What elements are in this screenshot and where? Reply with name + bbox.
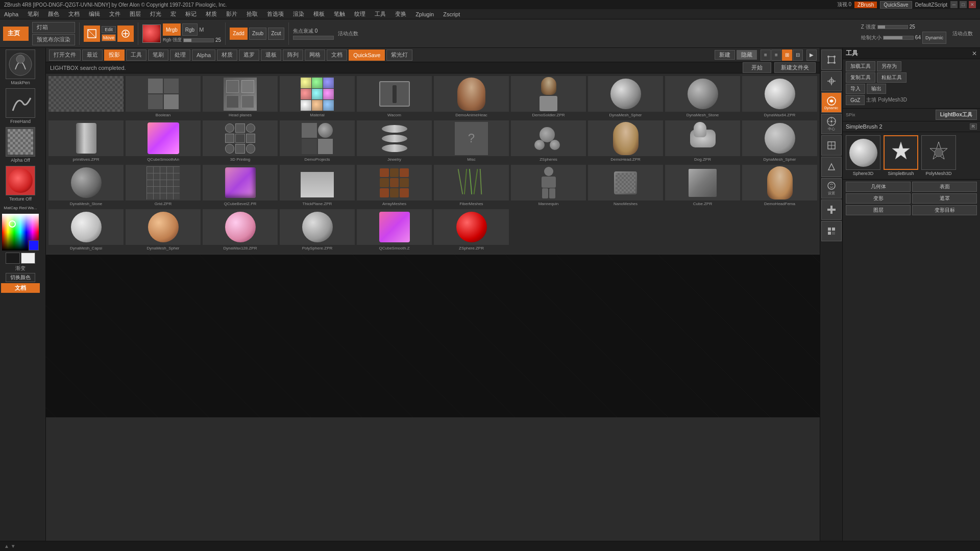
menu-transform[interactable]: 变换 (393, 10, 408, 18)
open-file-button[interactable]: 打开文件 (49, 49, 81, 61)
zadd-mode-button[interactable]: Zadd (230, 28, 248, 40)
mrgb-button[interactable]: Mrgb (163, 23, 181, 36)
lb-item-zspheres[interactable]: ZSpheres (510, 120, 586, 163)
lb-item-nanomeshes[interactable]: NanoMeshes (587, 164, 664, 208)
lb-item-demoanime[interactable]: DemoAnimeHeac (433, 76, 509, 119)
lb-item-dynam-stone1[interactable]: DynaMesh_Stone (665, 76, 741, 119)
transform-tool-button[interactable] (821, 49, 842, 70)
menu-material[interactable]: 材质 (204, 10, 219, 18)
import-button[interactable]: 导入 (846, 84, 865, 94)
menu-edit[interactable]: 编辑 (87, 10, 102, 18)
lb-item-dynawax64[interactable]: DynaWax64.ZPR (742, 76, 818, 119)
view-list1-button[interactable]: ≡ (761, 49, 771, 61)
menu-alpha[interactable]: Alpha (2, 11, 20, 17)
zsub-mode-button[interactable]: Zsub (249, 28, 266, 40)
rgb-intensity-slider[interactable] (183, 38, 214, 42)
menu-texture[interactable]: 纹理 (352, 10, 368, 18)
document-tab-button[interactable]: 文档 (327, 49, 347, 61)
zcut-mode-button[interactable]: Zcut (268, 28, 284, 40)
hide-button[interactable]: 隐藏 (737, 50, 757, 60)
start-button[interactable]: 开始 (743, 62, 771, 73)
mask-pen-item[interactable]: MaskPen (0, 48, 41, 87)
matcap-item[interactable]: MatCap Red Wa... (0, 203, 41, 212)
new-button[interactable]: 新建 (715, 50, 735, 60)
lb-item-misc[interactable]: ? Misc (433, 120, 509, 163)
copy-tool-button[interactable]: 复制工具 (846, 72, 875, 83)
focal-slider[interactable] (293, 36, 334, 40)
new-folder-button[interactable]: 新建文件夹 (774, 62, 816, 73)
menu-file[interactable]: 文件 (107, 10, 122, 18)
menu-color[interactable]: 颜色 (46, 10, 61, 18)
tool-btn-misc1[interactable] (821, 135, 842, 156)
uv-tab-button[interactable]: 紫光灯 (386, 49, 412, 61)
dynamic-button[interactable]: Dynamic (922, 32, 946, 44)
lb-item-3dprinting[interactable]: 3D Printing (202, 120, 278, 163)
document-button[interactable]: 文档 (1, 283, 40, 293)
center-tool-button[interactable]: 中心 (821, 114, 842, 134)
lb-item-mannequin[interactable]: Mannequin (510, 164, 586, 208)
lb-item-dynam-sphere3[interactable]: DynaMesh_Spher (125, 209, 201, 252)
z-intensity-slider[interactable] (877, 25, 908, 29)
lb-item-primitives[interactable]: primitives.ZPR (48, 120, 124, 163)
texture-off-item[interactable]: Texture Off (0, 164, 41, 203)
menu-marker[interactable]: 标记 (183, 10, 199, 18)
lb-item-polysphere[interactable]: PolySphere.ZPR (279, 209, 355, 252)
main-tab-button[interactable]: 主页 (3, 27, 29, 41)
lb-item-thickplane[interactable]: ThickPlane.ZPR (279, 164, 355, 208)
array-tab-button[interactable]: 阵列 (283, 49, 303, 61)
lb-item-fibermeshes[interactable]: FiberMeshes (433, 164, 509, 208)
lb-item-demoprojects[interactable]: DemoProjects (279, 120, 355, 163)
lb-item-arraymeshes[interactable]: ArrayMeshes (356, 164, 432, 208)
panel-toggle-button[interactable]: ▶ (806, 49, 817, 61)
load-tool-button[interactable]: 加载工具 (846, 61, 875, 71)
layers-button[interactable]: 图层 (846, 205, 911, 215)
maximize-button[interactable]: □ (960, 1, 967, 8)
alpha-off-item[interactable]: Alpha Off (0, 126, 41, 164)
menu-zplugin[interactable]: Zplugin (413, 11, 436, 17)
lb-item-jewelry[interactable]: Jewelry (356, 120, 432, 163)
lb-item-dynacapsule[interactable]: DynaMesh_Capsi (48, 209, 124, 252)
recent-button[interactable]: 最近 (82, 49, 103, 61)
lb-item-dynam-stone2[interactable]: DynaMesh_Stone (48, 164, 124, 208)
menu-template[interactable]: 模板 (311, 10, 327, 18)
move-button[interactable]: Move (102, 34, 116, 41)
tool-tab-button[interactable]: 工具 (126, 49, 146, 61)
material-tab-button[interactable]: 材质 (217, 49, 237, 61)
dynamic-tool-button[interactable]: Dynamic (821, 92, 842, 113)
lb-item-dog[interactable]: Dog.ZPR (665, 120, 741, 163)
color-wheel[interactable] (2, 214, 39, 251)
mask-tab-button[interactable]: 遮罗 (239, 49, 259, 61)
black-swatch[interactable] (6, 253, 20, 264)
rgb-button[interactable]: Rgb (182, 23, 198, 36)
white-swatch[interactable] (21, 253, 35, 264)
lb-item-demofemale[interactable]: DemoHeadFema (742, 164, 818, 208)
geom-button[interactable]: 几何体 (846, 182, 911, 192)
simplebrush-item[interactable]: SimpleBrush (884, 135, 918, 176)
lb-item-demohead[interactable]: DemoHead.ZPR (587, 120, 664, 163)
lb-item-boolean[interactable]: Boolean (125, 76, 201, 119)
quick-save-button[interactable]: QuickSave (880, 1, 912, 9)
lightbox-tool-button[interactable]: LightBox工具 (936, 110, 977, 120)
paste-tool-button[interactable]: 粘贴工具 (877, 72, 906, 83)
tool-btn-misc5[interactable] (821, 221, 842, 241)
lb-item-zsphere[interactable]: ZSphere.ZPR (433, 209, 509, 252)
brush-tab-button[interactable]: 笔刷 (148, 49, 168, 61)
mesh-tab-button[interactable]: 网格 (305, 49, 325, 61)
lb-item-material[interactable]: Material (279, 76, 355, 119)
morph-button[interactable]: 变形目标 (912, 205, 977, 215)
snap-tool-button[interactable] (821, 71, 842, 91)
process-tab-button[interactable]: 处理 (170, 49, 190, 61)
tool-btn-misc4[interactable] (821, 199, 842, 220)
sphere3d-item[interactable]: Sphere3D (846, 135, 880, 176)
lb-item-qcubesmooth[interactable]: QCubeSmoothAn (125, 120, 201, 163)
tool-btn-misc3[interactable]: 设置 (821, 178, 842, 198)
polymesh3d-item[interactable]: PolyMesh3D (921, 135, 956, 176)
lb-item-dynam-sphere2[interactable]: DynaMesh_Spher (742, 120, 818, 163)
lb-item-qcubebevel[interactable]: QCubeBevelZ.PR (202, 164, 278, 208)
menu-document[interactable]: 文档 (66, 10, 82, 18)
lb-item-dynam-sphere1[interactable]: DynaMesh_Spher (587, 76, 664, 119)
preview-tab-button[interactable]: 预览布尔渲染 (32, 34, 75, 45)
menu-layer[interactable]: 图层 (128, 10, 143, 18)
draw-size-slider[interactable] (883, 36, 914, 40)
save-as-button[interactable]: 另存为 (877, 61, 901, 71)
